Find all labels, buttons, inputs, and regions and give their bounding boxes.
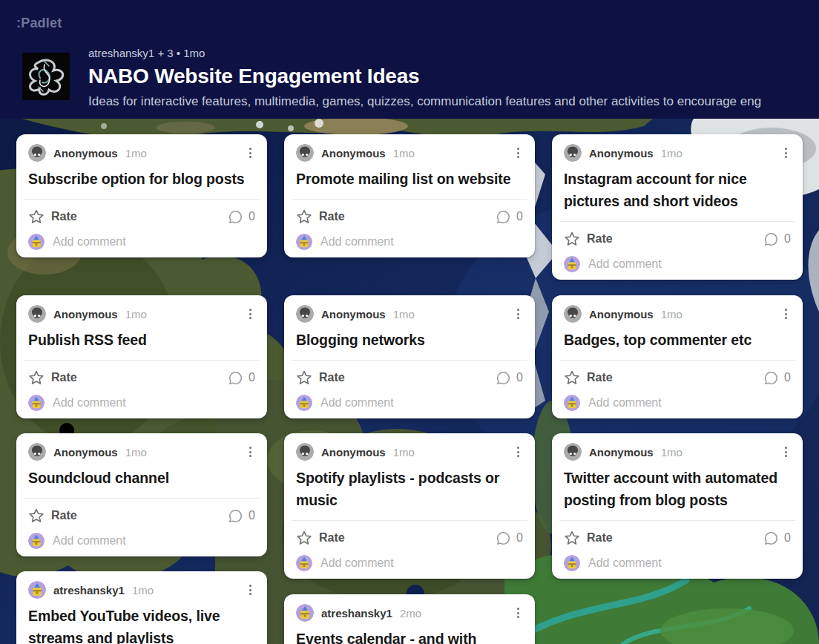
post-menu-button[interactable] bbox=[781, 306, 791, 321]
post-card: Anonymous 1mo Instagram account for nice… bbox=[552, 134, 803, 280]
board-avatar[interactable] bbox=[22, 53, 70, 100]
rate-label: Rate bbox=[587, 232, 613, 246]
post-timestamp: 2mo bbox=[400, 607, 421, 620]
rate-button[interactable]: Rate bbox=[28, 369, 77, 386]
comment-count-button[interactable]: 0 bbox=[763, 370, 791, 386]
anonymous-avatar bbox=[296, 305, 314, 323]
add-comment-input[interactable]: Add comment bbox=[588, 396, 662, 410]
post-timestamp: 1mo bbox=[661, 308, 682, 321]
comment-bubble-icon bbox=[228, 209, 243, 225]
post-card: Anonymous 1mo Blogging networks Rate 0 A… bbox=[284, 295, 535, 418]
rate-button[interactable]: Rate bbox=[296, 369, 345, 386]
post-timestamp: 1mo bbox=[125, 147, 147, 160]
post-timestamp: 1mo bbox=[125, 308, 147, 321]
comment-count: 0 bbox=[516, 210, 523, 223]
post-menu-button[interactable] bbox=[513, 605, 523, 620]
post-title: Promote mailing list on website bbox=[296, 168, 523, 190]
comment-count-button[interactable]: 0 bbox=[228, 209, 255, 225]
comment-count-button[interactable]: 0 bbox=[228, 508, 255, 524]
post-menu-button[interactable] bbox=[781, 444, 791, 459]
post-title: Subscribe option for blog posts bbox=[28, 168, 255, 190]
rate-button[interactable]: Rate bbox=[564, 369, 613, 386]
add-comment-input[interactable]: Add comment bbox=[320, 556, 394, 570]
anonymous-avatar bbox=[28, 443, 46, 461]
board-description: Ideas for interactive features, multimed… bbox=[88, 94, 819, 109]
post-author: atreshansky1 bbox=[321, 607, 392, 620]
post-timestamp: 1mo bbox=[393, 147, 415, 160]
user-avatar bbox=[564, 395, 580, 411]
comment-count: 0 bbox=[784, 371, 791, 384]
board-byline[interactable]: atreshansky1 + 3 • 1mo bbox=[88, 47, 819, 59]
post-menu-button[interactable] bbox=[246, 306, 255, 321]
comment-count-button[interactable]: 0 bbox=[496, 530, 523, 546]
star-icon bbox=[564, 231, 580, 247]
anonymous-avatar bbox=[564, 305, 582, 323]
post-menu-button[interactable] bbox=[513, 306, 523, 321]
anonymous-avatar bbox=[564, 144, 582, 162]
rate-button[interactable]: Rate bbox=[28, 208, 77, 225]
post-menu-button[interactable] bbox=[246, 145, 255, 160]
post-card: Anonymous 1mo Spotify playlists - podcas… bbox=[284, 433, 535, 579]
post-author: atreshansky1 bbox=[53, 584, 125, 597]
post-menu-button[interactable] bbox=[513, 444, 523, 459]
post-title: Badges, top commenter etc bbox=[564, 329, 791, 351]
post-title: Soundcloud channel bbox=[28, 467, 255, 489]
post-card: Anonymous 1mo Badges, top commenter etc … bbox=[552, 295, 803, 418]
add-comment-input[interactable]: Add comment bbox=[320, 396, 394, 410]
board-header: :Padlet atreshansky1 + 3 • 1mo NABO Webs… bbox=[0, 0, 819, 119]
post-menu-button[interactable] bbox=[246, 582, 255, 597]
star-icon bbox=[28, 208, 45, 225]
post-timestamp: 1mo bbox=[393, 308, 415, 321]
post-card: Anonymous 1mo Promote mailing list on we… bbox=[284, 134, 535, 257]
post-title: Publish RSS feed bbox=[28, 329, 255, 351]
rate-label: Rate bbox=[319, 531, 345, 545]
board-wall: Anonymous 1mo Subscribe option for blog … bbox=[0, 119, 819, 644]
add-comment-input[interactable]: Add comment bbox=[53, 534, 126, 548]
user-avatar bbox=[28, 581, 46, 599]
star-icon bbox=[564, 530, 580, 546]
anonymous-avatar bbox=[28, 144, 46, 162]
rate-button[interactable]: Rate bbox=[564, 231, 613, 247]
user-avatar bbox=[564, 256, 580, 272]
rate-label: Rate bbox=[587, 371, 613, 384]
comment-count-button[interactable]: 0 bbox=[496, 209, 523, 225]
rate-label: Rate bbox=[51, 509, 77, 522]
post-author: Anonymous bbox=[589, 446, 654, 459]
rate-label: Rate bbox=[51, 210, 77, 223]
comment-bubble-icon bbox=[496, 209, 511, 225]
user-avatar bbox=[296, 555, 312, 571]
post-menu-button[interactable] bbox=[513, 145, 523, 160]
post-author: Anonymous bbox=[321, 308, 386, 321]
comment-bubble-icon bbox=[228, 370, 243, 386]
comment-count-button[interactable]: 0 bbox=[228, 370, 255, 386]
rate-button[interactable]: Rate bbox=[564, 530, 613, 546]
star-icon bbox=[28, 369, 45, 386]
post-card: Anonymous 1mo Twitter account with autom… bbox=[552, 433, 803, 579]
comment-count-button[interactable]: 0 bbox=[763, 530, 791, 546]
rate-button[interactable]: Rate bbox=[296, 208, 345, 225]
post-menu-button[interactable] bbox=[246, 444, 255, 459]
post-timestamp: 1mo bbox=[132, 584, 154, 597]
padlet-logo[interactable]: :Padlet bbox=[16, 16, 62, 31]
add-comment-input[interactable]: Add comment bbox=[588, 257, 662, 271]
post-title: Events calendar - and with bbox=[296, 628, 523, 644]
rate-button[interactable]: Rate bbox=[296, 530, 345, 546]
add-comment-input[interactable]: Add comment bbox=[53, 235, 126, 249]
add-comment-input[interactable]: Add comment bbox=[53, 396, 126, 410]
board-title: NABO Website Engagement Ideas bbox=[88, 65, 819, 88]
star-icon bbox=[296, 530, 312, 546]
user-avatar bbox=[296, 395, 312, 411]
rate-button[interactable]: Rate bbox=[28, 507, 77, 524]
add-comment-input[interactable]: Add comment bbox=[588, 556, 662, 570]
star-icon bbox=[564, 369, 580, 386]
comment-count-button[interactable]: 0 bbox=[763, 231, 791, 247]
comment-count: 0 bbox=[784, 232, 791, 246]
comment-count-button[interactable]: 0 bbox=[496, 370, 523, 386]
post-title: Spotify playlists - podcasts or music bbox=[296, 467, 523, 511]
comment-count: 0 bbox=[249, 509, 255, 522]
comment-count: 0 bbox=[784, 531, 791, 545]
comment-count: 0 bbox=[249, 210, 255, 223]
post-menu-button[interactable] bbox=[781, 145, 791, 160]
comment-bubble-icon bbox=[496, 530, 511, 546]
add-comment-input[interactable]: Add comment bbox=[320, 235, 394, 249]
